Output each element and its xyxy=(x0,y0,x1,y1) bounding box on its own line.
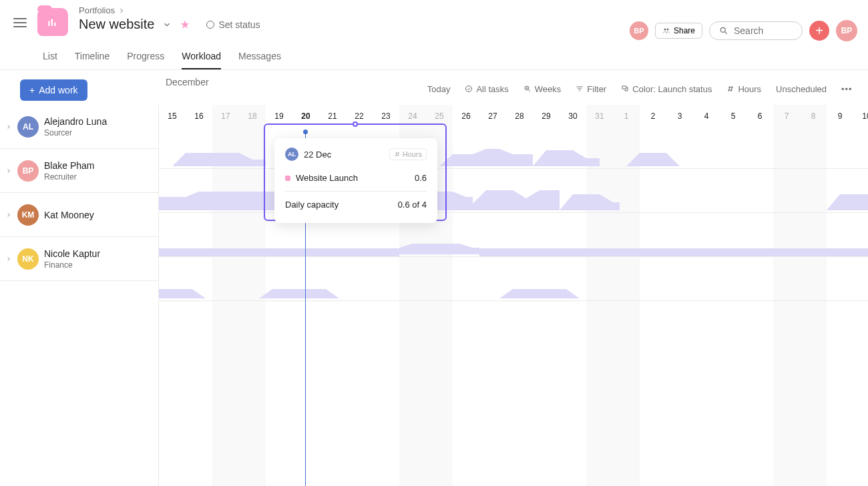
svg-marker-17 xyxy=(399,244,479,254)
person-avatar: AL xyxy=(17,116,39,138)
date-cell[interactable]: 30 xyxy=(560,111,586,121)
all-tasks-filter[interactable]: All tasks xyxy=(465,84,508,94)
capacity-value: 0.6 of 4 xyxy=(398,200,427,210)
menu-icon[interactable] xyxy=(13,16,27,29)
search-input[interactable] xyxy=(709,21,803,40)
chevron-right-icon xyxy=(118,7,126,15)
task-color-dot xyxy=(285,176,290,181)
workload-lane xyxy=(159,257,868,301)
date-cell[interactable]: 19 xyxy=(266,111,292,121)
popup-avatar: AL xyxy=(285,148,298,161)
date-cell[interactable]: 26 xyxy=(453,111,479,121)
user-avatar[interactable]: BP xyxy=(836,20,857,41)
chevron-right-icon[interactable] xyxy=(5,124,12,130)
capacity-popup: AL 22 Dec Hours Website Launch 0.6 Daily… xyxy=(274,138,437,223)
hours-button[interactable]: Hours xyxy=(726,84,761,94)
color-button[interactable]: Color: Launch status xyxy=(621,84,712,94)
person-row[interactable]: AL Alejandro Luna Sourcer xyxy=(0,105,158,149)
month-label: December xyxy=(166,77,209,87)
svg-marker-18 xyxy=(159,289,206,298)
breadcrumb[interactable]: Portfolios xyxy=(79,5,619,15)
status-circle-icon xyxy=(206,21,214,29)
more-icon[interactable]: ••• xyxy=(841,84,855,94)
date-cell[interactable]: 24 xyxy=(399,111,426,121)
today-button[interactable]: Today xyxy=(427,84,451,94)
tab-messages[interactable]: Messages xyxy=(238,51,281,69)
date-cell[interactable]: 5 xyxy=(720,111,746,121)
svg-marker-16 xyxy=(827,194,868,210)
title-dropdown-icon[interactable] xyxy=(162,20,172,29)
person-name: Nicole Kaptur xyxy=(44,248,100,259)
date-cell[interactable]: 15 xyxy=(159,111,186,121)
share-button[interactable]: Share xyxy=(655,23,702,39)
chevron-right-icon[interactable] xyxy=(5,212,12,218)
svg-point-5 xyxy=(720,27,725,32)
add-work-button[interactable]: + Add work xyxy=(20,79,87,101)
svg-marker-12 xyxy=(626,153,680,166)
date-cell[interactable]: 27 xyxy=(479,111,506,121)
date-cell[interactable]: 8 xyxy=(800,111,827,121)
svg-rect-2 xyxy=(54,23,55,26)
date-cell[interactable]: 31 xyxy=(586,111,613,121)
hash-icon xyxy=(726,85,734,93)
task-hours: 0.6 xyxy=(415,173,427,183)
date-cell[interactable]: 18 xyxy=(239,111,266,121)
person-role: Finance xyxy=(44,260,100,270)
focus-handle-icon[interactable] xyxy=(353,121,358,127)
popup-date: 22 Dec xyxy=(304,150,331,160)
set-status-button[interactable]: Set status xyxy=(206,19,260,30)
person-name: Alejandro Luna xyxy=(44,116,107,127)
people-icon xyxy=(662,27,670,35)
tab-workload[interactable]: Workload xyxy=(182,51,221,69)
tab-list[interactable]: List xyxy=(43,51,57,69)
date-cell[interactable]: 6 xyxy=(746,111,773,121)
person-row[interactable]: NK Nicole Kaptur Finance xyxy=(0,237,158,281)
svg-marker-10 xyxy=(439,149,533,166)
tab-timeline[interactable]: Timeline xyxy=(75,51,110,69)
capacity-label: Daily capacity xyxy=(285,200,339,210)
date-cell[interactable]: 17 xyxy=(212,111,239,121)
chevron-right-icon[interactable] xyxy=(5,168,12,174)
check-circle-icon xyxy=(465,85,473,93)
date-cell[interactable]: 7 xyxy=(773,111,800,121)
svg-point-4 xyxy=(666,29,668,31)
date-cell[interactable]: 3 xyxy=(666,111,693,121)
person-avatar: KM xyxy=(17,204,39,226)
svg-marker-11 xyxy=(533,150,600,166)
svg-rect-0 xyxy=(48,21,49,27)
member-avatar[interactable]: BP xyxy=(630,21,648,40)
svg-marker-14 xyxy=(466,190,560,210)
date-cell[interactable]: 28 xyxy=(506,111,533,121)
date-cell[interactable]: 9 xyxy=(827,111,853,121)
date-cell[interactable]: 2 xyxy=(640,111,666,121)
date-cell[interactable]: 1 xyxy=(613,111,640,121)
svg-marker-9 xyxy=(172,153,266,166)
task-name: Website Launch xyxy=(296,173,358,183)
date-cell[interactable]: 4 xyxy=(693,111,720,121)
date-cell[interactable]: 29 xyxy=(533,111,560,121)
date-cell[interactable]: 22 xyxy=(346,111,373,121)
date-cell[interactable]: 16 xyxy=(186,111,212,121)
zoom-weeks[interactable]: Weeks xyxy=(523,84,562,94)
date-cell[interactable]: 23 xyxy=(373,111,399,121)
date-cell[interactable]: 20 xyxy=(292,111,319,121)
person-name: Blake Pham xyxy=(44,160,94,171)
plus-icon: + xyxy=(29,85,35,95)
date-cell[interactable]: 10 xyxy=(853,111,868,121)
svg-marker-20 xyxy=(499,289,580,298)
person-avatar: BP xyxy=(17,160,39,182)
search-icon xyxy=(719,26,728,35)
portfolio-icon xyxy=(37,8,68,36)
tab-progress[interactable]: Progress xyxy=(127,51,164,69)
date-cell[interactable]: 21 xyxy=(319,111,346,121)
unscheduled-button[interactable]: Unscheduled xyxy=(776,84,827,94)
date-cell[interactable]: 25 xyxy=(426,111,453,121)
person-row[interactable]: KM Kat Mooney xyxy=(0,193,158,237)
filter-icon xyxy=(576,85,584,93)
filter-button[interactable]: Filter xyxy=(576,84,606,94)
chevron-right-icon[interactable] xyxy=(5,256,12,262)
person-row[interactable]: BP Blake Pham Recruiter xyxy=(0,149,158,193)
paint-icon xyxy=(621,85,629,93)
add-button[interactable]: + xyxy=(809,21,829,41)
star-icon[interactable] xyxy=(180,19,190,30)
